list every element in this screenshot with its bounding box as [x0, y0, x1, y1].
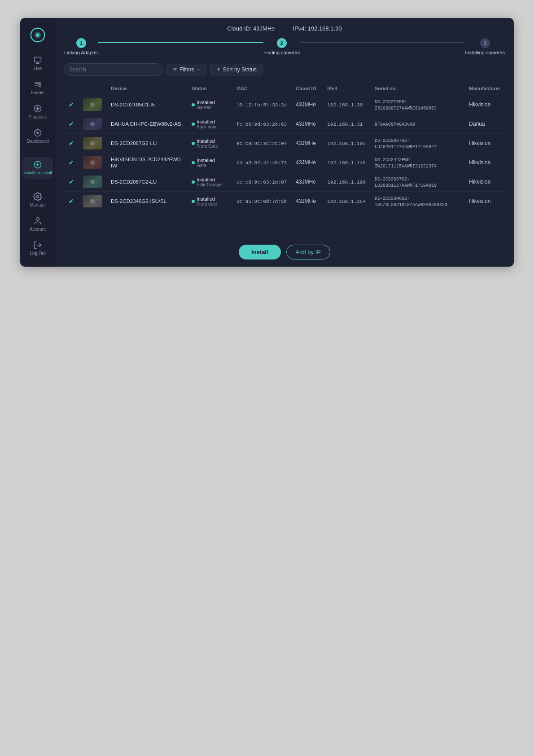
search-input[interactable]: [64, 63, 163, 76]
status-main: Installed: [197, 177, 222, 182]
status-badge: Installed Side Garage: [192, 177, 222, 187]
step-label-3: Installing cameras: [465, 50, 505, 55]
th-ipv4: IPv4: [323, 82, 370, 95]
sidebar-label-account: Account: [30, 227, 46, 232]
row-check-cell[interactable]: ✔: [64, 134, 79, 153]
svg-rect-3: [35, 57, 41, 62]
install-button[interactable]: Install: [239, 245, 281, 259]
step-line-2: [300, 42, 465, 43]
sidebar-item-install[interactable]: Install/ Uninstall: [22, 157, 53, 179]
status-sub: Side Garage: [197, 182, 222, 187]
ipv4-value: 192.168.1.105: [327, 141, 366, 146]
check-icon: ✔: [69, 178, 74, 185]
device-name: DS-2CD2T85G1-I5: [111, 102, 155, 107]
row-thumb-cell: [79, 134, 106, 153]
cloud-id-value: 43JMHe: [296, 159, 316, 166]
row-check-cell[interactable]: ✔: [64, 114, 79, 134]
manufacturer-name: Hikvision: [469, 198, 490, 204]
status-main: Installed: [197, 119, 217, 124]
status-dot-icon: [192, 123, 195, 126]
table-row: ✔ DAHUA DH-IPC-EBW88v2-AS Installed Back…: [64, 114, 505, 134]
row-cloud-cell: 43JMHe: [291, 114, 323, 134]
sidebar-item-manage[interactable]: Manage: [22, 189, 53, 211]
row-check-cell[interactable]: ✔: [64, 95, 79, 114]
status-dot-icon: [192, 161, 195, 164]
sidebar-item-playback[interactable]: Playback: [22, 101, 53, 123]
row-ipv4-cell: 192.168.1.30: [323, 95, 370, 114]
header-info: Cloud ID: 43JMHe IPv4: 192.168.1.90: [64, 25, 505, 32]
sidebar-logo: [28, 25, 48, 45]
table-header: Device Status MAC Cloud ID IPv4 Serial n…: [64, 82, 505, 95]
row-device-cell: DS-2CD2087G2-LU: [106, 134, 187, 153]
cloud-id-value: 43JMHe: [296, 101, 316, 108]
device-name: DS-2CD2346G2-ISU/SL: [111, 198, 166, 204]
ipv4-value: 192.168.1.196: [327, 180, 366, 185]
check-icon: ✔: [69, 140, 74, 147]
check-icon: ✔: [69, 120, 74, 127]
ipv4-value: 192.168.1.148: [327, 160, 366, 166]
table-body: ✔ DS-2CD2T85G1-I5 Installed Garden: [64, 95, 505, 211]
ipv4-value: 192.168.1.30: [327, 102, 363, 108]
row-check-cell[interactable]: ✔: [64, 192, 79, 211]
toolbar: Filters Sort by Status: [64, 63, 505, 76]
row-ipv4-cell: 192.168.1.196: [323, 172, 370, 192]
status-badge: Installed Front door: [192, 196, 217, 207]
row-check-cell[interactable]: ✔: [64, 153, 79, 172]
step-1: 1 Linking Adapter: [64, 38, 98, 55]
row-thumb-cell: [79, 153, 106, 172]
svg-point-2: [36, 33, 39, 37]
row-mac-cell: ec:c8:9c:03:2d:07: [232, 172, 291, 192]
sidebar-divider: [29, 152, 47, 152]
sidebar-item-logout[interactable]: Log Out: [22, 237, 53, 259]
camera-table: Device Status MAC Cloud ID IPv4 Serial n…: [64, 82, 505, 237]
serial-number: DS-2CD2T85G1-I520200727AAWRE61459663: [375, 100, 437, 111]
row-device-cell: DAHUA DH-IPC-EBW88v2-AS: [106, 114, 187, 134]
camera-thumbnail: [83, 137, 102, 149]
mac-address: 10:12:fb:5f:33:2d: [236, 102, 287, 108]
mac-address: fc:b6:9d:03:26:63: [236, 122, 287, 127]
sort-button[interactable]: Sort by Status: [210, 64, 263, 75]
cloud-id-value: 43JMHe: [296, 121, 316, 127]
row-cloud-cell: 43JMHe: [291, 134, 323, 153]
row-ipv4-cell: 192.168.1.148: [323, 153, 370, 172]
thumbnail-image: [83, 98, 102, 111]
step-label-1: Linking Adapter: [64, 50, 98, 55]
status-badge: Installed Garden: [192, 100, 215, 110]
sidebar: Live Events Playback Dashboard: [20, 18, 55, 267]
footer-buttons: Install Add by IP: [64, 245, 505, 259]
thumbnail-image: [83, 137, 102, 149]
row-status-cell: Installed Front door: [187, 192, 232, 211]
row-ipv4-cell: 192.168.1.105: [323, 134, 370, 153]
serial-number: 8F0AA05P4G43v09: [375, 122, 415, 127]
thumbnail-image: [83, 156, 102, 169]
sidebar-item-account[interactable]: Account: [22, 213, 53, 235]
step-circle-2: 2: [277, 38, 287, 48]
cloud-id-value: 43JMHe: [296, 140, 316, 146]
row-cloud-cell: 43JMHe: [291, 153, 323, 172]
row-mac-cell: b4:a3:82:4f:48:73: [232, 153, 291, 172]
sidebar-item-events[interactable]: Events: [22, 76, 53, 99]
status-main: Installed: [197, 100, 215, 105]
progress-steps: 1 Linking Adapter 2 Finding cameras 3 In…: [64, 38, 505, 55]
device-name: DAHUA DH-IPC-EBW88v2-AS: [111, 121, 181, 127]
device-name: DS-2CD2087G2-LU: [111, 141, 157, 146]
th-device: Device: [106, 82, 187, 95]
serial-number: DS-2CD2346G2-ISU/SL20210107AAWRF30289323: [375, 196, 447, 207]
mac-address: ec:c8:9c:03:2d:07: [236, 180, 287, 185]
sidebar-item-dashboard[interactable]: Dashboard: [22, 125, 53, 147]
mac-address: 2c:a5:9c:0d:7d:5b: [236, 199, 287, 204]
row-thumb-cell: [79, 192, 106, 211]
table: Device Status MAC Cloud ID IPv4 Serial n…: [64, 82, 505, 211]
row-mac-cell: 10:12:fb:5f:33:2d: [232, 95, 291, 114]
sidebar-label-events: Events: [31, 90, 45, 95]
row-ipv4-cell: 192.168.1.254: [323, 192, 370, 211]
filter-button[interactable]: Filters: [166, 64, 206, 75]
manufacturer-name: Hikvision: [469, 140, 490, 146]
camera-thumbnail: [83, 98, 102, 111]
row-check-cell[interactable]: ✔: [64, 172, 79, 192]
sidebar-item-live[interactable]: Live: [22, 52, 53, 75]
row-device-cell: DS-2CD2346G2-ISU/SL: [106, 192, 187, 211]
row-mac-cell: fc:b6:9d:03:26:63: [232, 114, 291, 134]
add-by-ip-button[interactable]: Add by IP: [286, 245, 330, 259]
device-name: HIKVISION DS-2CD2442FWD-IW: [111, 157, 183, 168]
